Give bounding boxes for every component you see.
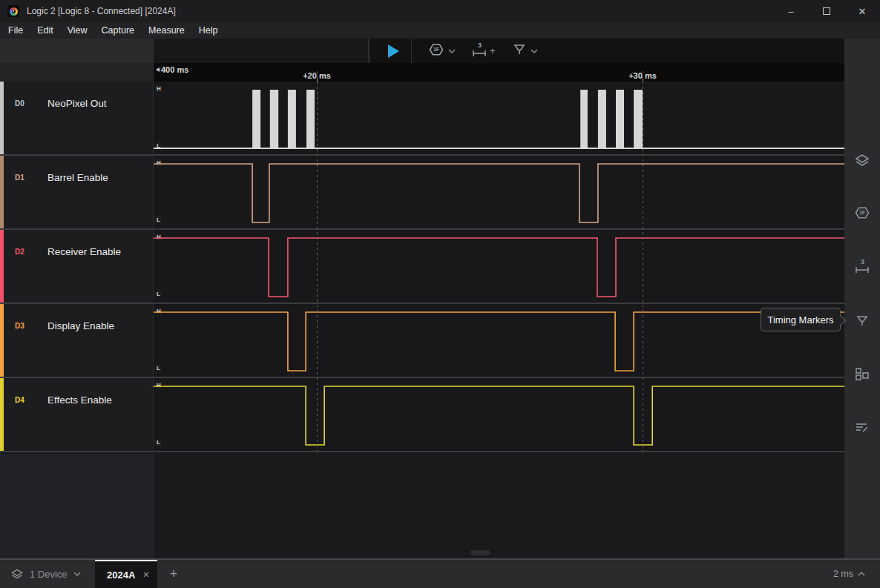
channel-label-panel[interactable]: D4 Effects Enable — [0, 378, 153, 451]
add-tab-button[interactable]: + — [165, 565, 183, 583]
panel-divider — [153, 63, 154, 558]
chevron-down-icon — [531, 49, 538, 53]
devices-icon — [10, 567, 24, 581]
title-bar: Logic 2 [Logic 8 - Connected] [2024A] – … — [0, 0, 880, 22]
waveform-empty[interactable] — [153, 454, 844, 558]
menu-item-capture[interactable]: Capture — [99, 24, 137, 37]
menu-item-view[interactable]: View — [65, 24, 90, 37]
time-ruler[interactable]: 400 ms +20 ms+30 ms — [153, 63, 844, 82]
measurement-icon: 3 — [472, 42, 487, 61]
device-count-label: 1 Device — [30, 569, 68, 580]
capture-settings-panel[interactable] — [153, 39, 369, 63]
right-sidebar: 1F 3 — [844, 39, 880, 560]
channel-waveform[interactable]: H L — [153, 156, 844, 228]
channel-name: NeoPixel Out — [47, 98, 107, 109]
menu-bar: FileEditViewCaptureMeasureHelp — [0, 22, 880, 39]
channel-waveform[interactable]: H L — [153, 304, 844, 377]
tab-label: 2024A — [107, 569, 135, 581]
channel-row-d1: D1 Barrel Enable H L — [0, 156, 844, 230]
channel-color-strip — [0, 82, 4, 154]
minimize-button[interactable]: – — [773, 0, 809, 22]
maximize-button[interactable] — [809, 0, 844, 22]
device-selector[interactable]: 1 Device — [10, 567, 81, 581]
close-button[interactable]: ✕ — [844, 0, 880, 22]
capture-tab[interactable]: 2024A ✕ — [95, 560, 157, 588]
channel-name: Barrel Enable — [47, 172, 108, 183]
channel-name: Effects Enable — [47, 394, 112, 406]
channel-label-panel[interactable]: D2 Receiver Enable — [0, 230, 153, 303]
app-logo-icon — [7, 5, 19, 17]
trigger-menu-button[interactable]: 1F — [428, 42, 456, 61]
horizontal-scrollbar[interactable] — [470, 550, 490, 555]
channel-row-d2: D2 Receiver Enable H L — [0, 230, 844, 304]
channel-list: D0 NeoPixel Out H L D1 Barrel Enable H L… — [0, 82, 844, 452]
measurements-icon[interactable]: 3 — [853, 259, 871, 277]
add-measurement-icon: + — [490, 45, 496, 56]
channel-color-strip — [0, 156, 4, 228]
tab-close-icon[interactable]: ✕ — [142, 570, 149, 580]
toolbar: 1F 3 + — [0, 39, 880, 63]
channel-color-strip — [0, 304, 4, 377]
annotations-icon[interactable] — [853, 419, 871, 437]
channel-row-d3: D3 Display Enable H L — [0, 304, 844, 378]
window-title: Logic 2 [Logic 8 - Connected] [2024A] — [27, 6, 176, 16]
channel-id: D0 — [15, 98, 47, 108]
channel-row-d0: D0 NeoPixel Out H L — [0, 82, 844, 156]
ruler-corner — [0, 63, 153, 82]
channel-label-panel[interactable]: D0 NeoPixel Out — [0, 82, 153, 154]
channel-id: D1 — [15, 172, 47, 182]
measurements-button[interactable]: 3 + — [472, 42, 496, 61]
menu-item-help[interactable]: Help — [197, 24, 220, 37]
channel-waveform[interactable]: H L — [153, 378, 844, 451]
ruler-origin-label: 400 ms — [156, 65, 188, 74]
timing-markers-button[interactable] — [512, 42, 538, 60]
waveform-svg-d3 — [153, 304, 844, 377]
logic2-app: Logic 2 [Logic 8 - Connected] [2024A] – … — [0, 0, 880, 588]
channel-label-panel[interactable]: D3 Display Enable — [0, 304, 153, 377]
channel-waveform[interactable]: H L — [153, 230, 844, 303]
chevron-up-icon — [858, 572, 865, 576]
waveform-svg-d1 — [153, 156, 844, 228]
channel-id: D3 — [15, 320, 47, 330]
channel-label-panel[interactable]: D1 Barrel Enable — [0, 156, 153, 228]
waveform-svg-d0 — [153, 82, 844, 154]
menu-item-measure[interactable]: Measure — [146, 24, 187, 37]
play-icon — [387, 44, 400, 59]
timing-marker-flag-icon — [512, 42, 527, 60]
waveform-svg-d2 — [153, 230, 844, 303]
menu-item-file[interactable]: File — [6, 24, 25, 37]
trigger-hexagon-icon: 1F — [428, 42, 444, 61]
chevron-down-icon — [448, 49, 456, 53]
waveform-svg-d4 — [153, 378, 844, 451]
channel-panel-empty — [0, 454, 153, 558]
channel-color-strip — [0, 230, 4, 303]
channel-color-strip — [0, 378, 4, 451]
toolbar-center: 1F 3 + — [153, 39, 844, 63]
scale-label: 2 ms — [833, 569, 853, 579]
devices-icon[interactable] — [853, 151, 871, 169]
extensions-icon[interactable] — [853, 366, 871, 383]
channel-name: Receiver Enable — [47, 246, 121, 257]
timing-markers-icon[interactable] — [853, 312, 871, 330]
ruler-origin-arrow-icon — [156, 67, 160, 72]
channel-id: D4 — [15, 394, 47, 404]
chevron-down-icon — [73, 572, 81, 576]
timing-markers-tooltip: Timing Markers — [761, 308, 841, 331]
timeline-scale-button[interactable]: 2 ms — [833, 560, 865, 588]
channel-id: D2 — [15, 246, 47, 256]
maximize-icon — [823, 7, 830, 15]
channel-name: Display Enable — [47, 320, 114, 331]
menu-item-edit[interactable]: Edit — [35, 24, 56, 37]
play-button[interactable] — [375, 39, 411, 63]
channel-waveform[interactable]: H L — [153, 82, 844, 154]
trigger-hexagon-icon[interactable]: 1F — [853, 205, 871, 223]
bottom-bar: 1 Device 2024A ✕ + 2 ms — [0, 560, 880, 588]
channel-row-d4: D4 Effects Enable H L — [0, 378, 844, 452]
